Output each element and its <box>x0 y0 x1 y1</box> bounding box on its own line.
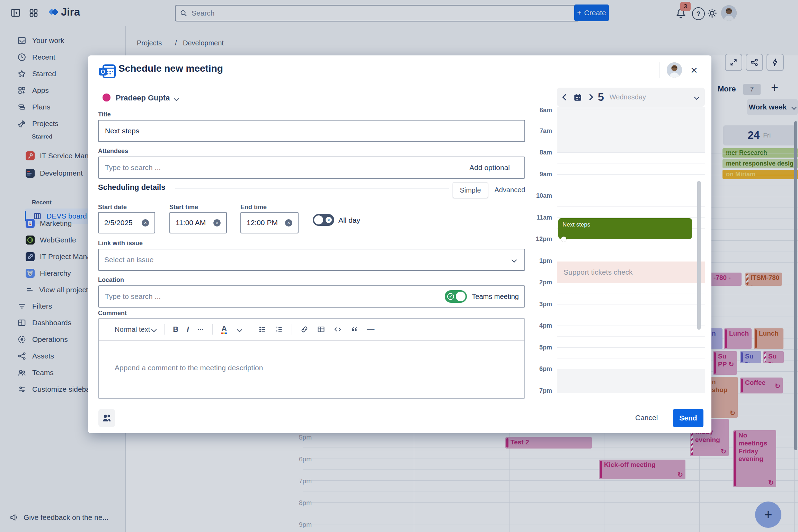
title-input[interactable] <box>104 126 519 135</box>
bullet-list-icon[interactable] <box>258 325 267 334</box>
mini-day-name: Wednesday <box>610 93 646 101</box>
comment-label: Comment <box>98 310 127 317</box>
chevron-down-icon <box>237 327 242 332</box>
attendees-label: Attendees <box>98 148 128 155</box>
mini-calendar-header: 5 Wednesday <box>557 88 705 107</box>
mini-hour-label: 1pm <box>517 257 552 265</box>
mini-hour-label: 5pm <box>517 344 552 351</box>
code-icon[interactable] <box>334 325 342 334</box>
outlook-calendar-icon: O <box>98 64 116 79</box>
mini-hour-label: 6am <box>517 107 552 114</box>
attendees-input[interactable] <box>104 163 457 172</box>
prev-day-icon[interactable] <box>562 94 568 100</box>
divider-icon[interactable]: — <box>367 325 374 334</box>
more-formatting-icon[interactable] <box>197 326 204 333</box>
clear-icon[interactable]: × <box>213 219 221 227</box>
attendees-field[interactable]: Add optional <box>98 157 525 179</box>
chevron-down-icon <box>151 327 157 332</box>
numbered-list-icon[interactable] <box>275 325 283 334</box>
divider <box>659 62 659 78</box>
mini-calendar-scrollbar[interactable] <box>697 181 701 330</box>
comment-placeholder[interactable]: Append a comment to the meeting descript… <box>115 364 263 372</box>
modal-title: Schedule new meeting <box>118 63 223 74</box>
teams-meeting-toggle[interactable]: ✓ <box>445 290 467 303</box>
all-day-toggle[interactable]: × <box>313 214 334 226</box>
organizer-selector[interactable]: Pradeep Gupta <box>116 94 178 103</box>
clear-icon[interactable]: × <box>285 219 292 227</box>
start-date-field[interactable]: 2/5/2025 × <box>98 212 155 233</box>
toggle-off-icon: × <box>326 217 332 223</box>
close-icon[interactable]: × <box>687 63 701 77</box>
chevron-down-icon[interactable] <box>694 95 700 100</box>
cancel-button[interactable]: Cancel <box>635 414 658 422</box>
teams-people-button[interactable] <box>98 409 115 427</box>
start-time-label: Start time <box>169 204 198 211</box>
mini-hour-label: 11am <box>517 214 552 221</box>
send-button[interactable]: Send <box>673 409 703 427</box>
location-label: Location <box>98 276 124 284</box>
mini-hour-label: 7am <box>517 127 552 135</box>
end-time-field[interactable]: 12:00 PM × <box>240 212 299 233</box>
chevron-down-icon <box>174 96 179 101</box>
text-color-icon[interactable]: A <box>221 325 227 334</box>
next-day-icon[interactable] <box>587 94 593 100</box>
simple-tab[interactable]: Simple <box>453 182 488 198</box>
calendar-icon[interactable] <box>573 93 582 102</box>
link-issue-select[interactable]: Select an issue <box>98 249 525 271</box>
end-time-label: End time <box>240 204 267 211</box>
organizer-avatar <box>667 62 682 78</box>
toggle-on-check-icon: ✓ <box>447 293 454 300</box>
location-input[interactable] <box>104 292 445 301</box>
mini-hour-label: 8am <box>517 149 552 156</box>
jira-app: Jira + Create 3 ? Your work <box>0 0 798 532</box>
mini-calendar-grid[interactable]: Next steps Support tickets check <box>557 107 705 393</box>
off-hours-shading <box>557 369 705 393</box>
teams-meeting-label: Teams meeting <box>472 293 519 301</box>
mini-event-next-steps[interactable]: Next steps <box>558 218 692 239</box>
mini-hour-label: 7pm <box>517 387 552 394</box>
mini-hour-label: 3pm <box>517 301 552 308</box>
mini-hour-label: 4pm <box>517 322 552 329</box>
mini-hour-label: 9am <box>517 171 552 178</box>
mini-hour-label: 6pm <box>517 365 552 373</box>
link-icon[interactable] <box>300 325 309 334</box>
location-field[interactable]: ✓ Teams meeting <box>98 285 525 308</box>
clear-icon[interactable]: × <box>142 219 149 227</box>
comment-editor[interactable]: Normal text B I A — <box>98 318 525 399</box>
mini-day-number: 5 <box>598 91 604 104</box>
mini-hour-label: 10am <box>517 192 552 200</box>
chevron-down-icon <box>512 257 517 263</box>
organizer-color-dot <box>103 94 110 101</box>
mini-event-support-tickets[interactable]: Support tickets check <box>557 261 705 283</box>
off-hours-shading <box>557 107 705 152</box>
mini-hour-label: 2pm <box>517 279 552 286</box>
schedule-meeting-modal: O Schedule new meeting × Pradeep Gupta T… <box>88 55 711 433</box>
quote-icon[interactable] <box>350 325 358 334</box>
title-field[interactable] <box>98 120 525 142</box>
start-date-label: Start date <box>98 204 127 211</box>
add-optional-button[interactable]: Add optional <box>460 163 519 172</box>
table-icon[interactable] <box>317 325 325 334</box>
italic-icon[interactable]: I <box>187 325 189 334</box>
editor-toolbar: Normal text B I A — <box>99 319 524 341</box>
svg-text:O: O <box>101 69 105 75</box>
scheduling-details-heading: Scheduling details <box>98 183 165 192</box>
divider <box>175 188 449 189</box>
bold-icon[interactable]: B <box>173 325 178 334</box>
text-style-selector[interactable]: Normal text <box>115 326 156 334</box>
link-issue-label: Link with issue <box>98 240 143 247</box>
title-label: Title <box>98 111 111 118</box>
mini-hour-label: 12pm <box>517 236 552 243</box>
all-day-label: All day <box>338 216 360 224</box>
start-time-field[interactable]: 11:00 AM × <box>169 212 227 233</box>
resize-handle[interactable] <box>561 237 566 242</box>
